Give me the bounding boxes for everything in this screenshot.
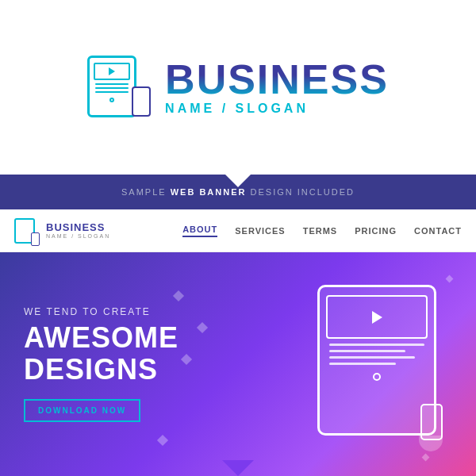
hero-line-3 [329, 356, 415, 359]
tablet-line-2 [95, 87, 129, 89]
hero-line-4 [329, 363, 396, 365]
nav-links: ABOUT SERVICES TERMS PRICING CONTACT [182, 225, 462, 237]
logo-icon [87, 52, 151, 123]
download-button[interactable]: DOWNLOAD NOW [24, 399, 140, 422]
tablet-lines [94, 83, 130, 93]
brand-text: BUSINESS NAME / SLOGAN [165, 59, 389, 116]
brand-slogan: NAME / SLOGAN [165, 102, 389, 116]
hero-tablet-lines [326, 344, 428, 365]
sep-bold: WEB BANNER [171, 187, 247, 197]
tablet-line-1 [95, 83, 129, 85]
sep-plain1: SAMPLE [121, 187, 171, 197]
diamond-decoration-4 [157, 435, 168, 446]
brand-sub-accent: SLOGAN [236, 102, 309, 115]
phone-icon [132, 86, 151, 117]
nav-logo-icon [14, 216, 40, 246]
brand-sub-prefix: NAME / [165, 102, 235, 115]
tablet-illustration [87, 56, 136, 117]
nav-brand-sub: NAME / SLOGAN [46, 233, 110, 240]
nav-link-contact[interactable]: CONTACT [414, 226, 462, 236]
nav-link-terms[interactable]: TERMS [303, 226, 338, 236]
diamond-decoration-1 [173, 290, 184, 301]
hero-subtitle: WE TEND TO CREATE [24, 306, 278, 317]
nav-link-services[interactable]: SERVICES [235, 226, 285, 236]
website-preview: BUSINESS NAME / SLOGAN ABOUT SERVICES TE… [0, 209, 476, 476]
hero-hand-grip [419, 436, 443, 451]
hero-right-illustration [278, 269, 452, 459]
nav-phone-icon [31, 232, 40, 246]
hero-left-content: WE TEND TO CREATE AWESOME DESIGNS DOWNLO… [24, 306, 278, 422]
arrow-down-icon [224, 173, 252, 187]
hero-section: WE TEND TO CREATE AWESOME DESIGNS DOWNLO… [0, 252, 476, 476]
play-icon [109, 67, 115, 75]
nav-link-about[interactable]: ABOUT [182, 225, 217, 237]
hero-line-2 [329, 350, 405, 352]
sep-plain2: DESIGN INCLUDED [246, 187, 355, 197]
hero-title-line1: AWESOME [24, 322, 278, 354]
hero-arrow-down [222, 460, 254, 476]
hero-play-icon [372, 311, 382, 324]
nav-logo: BUSINESS NAME / SLOGAN [14, 216, 110, 246]
tablet-line-3 [95, 91, 129, 93]
hero-line-1 [329, 344, 424, 346]
nav-brand-name: BUSINESS [46, 222, 110, 233]
tablet-dot [109, 98, 114, 102]
nav-link-pricing[interactable]: PRICING [355, 226, 397, 236]
nav-bar: BUSINESS NAME / SLOGAN ABOUT SERVICES TE… [0, 209, 476, 252]
hero-title: AWESOME DESIGNS [24, 322, 278, 385]
hero-tablet-screen [326, 295, 428, 339]
hero-tablet-dot [373, 373, 381, 381]
hero-hand-illustration [416, 404, 448, 451]
tablet-screen [94, 63, 130, 80]
nav-brand-text: BUSINESS NAME / SLOGAN [46, 222, 110, 240]
top-banner: BUSINESS NAME / SLOGAN [0, 0, 476, 175]
hero-title-line2: DESIGNS [24, 354, 278, 386]
logo-area: BUSINESS NAME / SLOGAN [87, 52, 389, 123]
separator-text: SAMPLE WEB BANNER DESIGN INCLUDED [121, 187, 355, 197]
brand-name: BUSINESS [165, 59, 389, 100]
